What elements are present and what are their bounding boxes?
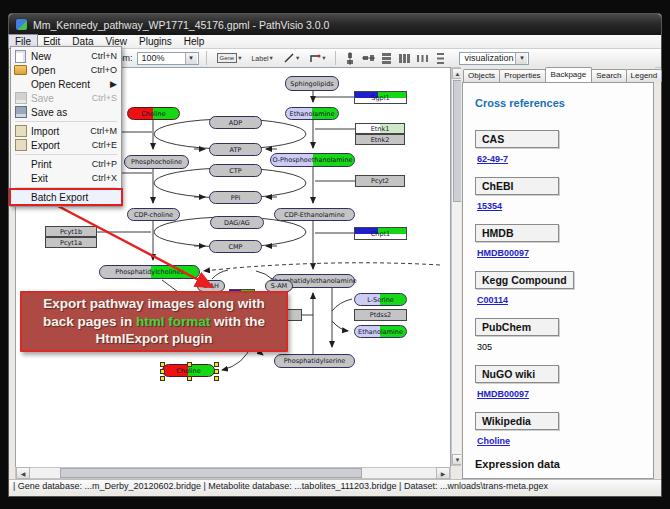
new-datanode-button[interactable]: Gene ▾ bbox=[214, 51, 245, 65]
new-document-icon bbox=[14, 50, 27, 63]
pathway-node-choline[interactable]: Choline bbox=[127, 107, 180, 120]
pathway-node-pcyt1b[interactable]: Pcyt1b bbox=[45, 226, 97, 237]
pathway-node-adp[interactable]: ADP bbox=[209, 116, 262, 129]
xref-link[interactable]: HMDB00097 bbox=[477, 248, 641, 258]
tab-legend[interactable]: Legend bbox=[626, 69, 663, 82]
selection-handle[interactable] bbox=[160, 376, 165, 381]
menu-item-label: Import bbox=[31, 126, 90, 137]
chevron-down-icon[interactable]: ▾ bbox=[238, 54, 241, 62]
scroll-right-icon[interactable]: ▶ bbox=[436, 467, 450, 479]
selection-handle[interactable] bbox=[214, 369, 219, 374]
file-menu-item-print[interactable]: PrintCtrl+P bbox=[11, 157, 121, 171]
scroll-left-icon[interactable]: ◀ bbox=[16, 467, 30, 479]
new-label-button[interactable]: Label ▾ bbox=[248, 52, 275, 64]
selection-handle[interactable] bbox=[187, 362, 192, 367]
pathway-node-atp[interactable]: ATP bbox=[209, 143, 262, 156]
file-menu-item-open[interactable]: OpenCtrl+O bbox=[11, 63, 121, 77]
xref-link[interactable]: C00114 bbox=[477, 295, 641, 305]
pathway-node-ptdss2[interactable]: Ptdss2 bbox=[354, 309, 407, 321]
tab-search[interactable]: Search bbox=[591, 69, 626, 82]
xref-database-name: HMDB bbox=[475, 224, 559, 242]
pathway-node-cdp-choline[interactable]: CDP-choline bbox=[127, 208, 180, 221]
tab-properties[interactable]: Properties bbox=[499, 69, 545, 82]
pathway-node-sphingolipids[interactable]: Sphingolipids bbox=[285, 76, 339, 91]
pathway-node-dag-ag[interactable]: DAG/AG bbox=[210, 216, 264, 229]
pathway-node-pcyt2[interactable]: Pcyt2 bbox=[355, 175, 405, 187]
horizontal-scroll-thumb[interactable] bbox=[60, 468, 362, 478]
common-width-button[interactable] bbox=[379, 51, 393, 65]
menu-item-shortcut: Ctrl+X bbox=[92, 173, 117, 183]
chevron-down-icon[interactable]: ▾ bbox=[296, 54, 299, 62]
file-menu-item-exit[interactable]: ExitCtrl+X bbox=[11, 171, 121, 185]
visualization-combobox[interactable]: visualization ▾ bbox=[459, 52, 529, 65]
pathway-node-phosphatidylserine[interactable]: Phosphatidylserine bbox=[274, 354, 355, 368]
pathway-node-pcyt1a[interactable]: Pcyt1a bbox=[45, 237, 97, 248]
pathway-node-phosphatidylcholines[interactable]: Phosphatidylcholines bbox=[99, 265, 200, 279]
open-folder-icon bbox=[14, 65, 27, 75]
tab-backpage[interactable]: Backpage bbox=[545, 67, 593, 82]
align-center-x-button[interactable] bbox=[343, 51, 357, 65]
menu-item-label: Save bbox=[31, 93, 92, 104]
xref-link[interactable]: 15354 bbox=[477, 201, 641, 211]
status-bar: | Gene database: ...m_Derby_20120602.bri… bbox=[9, 479, 661, 493]
toolbar-separator bbox=[206, 51, 207, 65]
tab-objects[interactable]: Objects bbox=[463, 69, 500, 82]
common-width-icon bbox=[380, 52, 393, 65]
xref-value: 305 bbox=[477, 342, 641, 352]
pathway-node-ethanolamine[interactable]: Ethanolamine bbox=[354, 325, 407, 338]
side-panel-tabs: ObjectsPropertiesBackpageSearchLegend bbox=[461, 67, 655, 82]
xref-section-hmdb: HMDBHMDB00097 bbox=[475, 223, 641, 258]
selection-handle[interactable] bbox=[160, 362, 165, 367]
pathway-node-l-serine[interactable]: L-Serine bbox=[354, 293, 407, 306]
distribute-horizontal-icon bbox=[416, 52, 429, 65]
horizontal-scrollbar[interactable]: ◀ ▶ bbox=[15, 467, 451, 479]
menu-help[interactable]: Help bbox=[178, 35, 211, 48]
pathway-node-ethanolamine[interactable]: Ethanolamine bbox=[285, 107, 339, 120]
cross-references-list: CAS62-49-7ChEBI15354HMDBHMDB00097Kegg Co… bbox=[475, 129, 641, 446]
pathway-node-cdp-ethanolamine[interactable]: CDP-Ethanolamine bbox=[274, 208, 355, 221]
pathway-node-etnk2[interactable]: Etnk2 bbox=[355, 134, 405, 145]
xref-database-name: Wikipedia bbox=[475, 412, 559, 430]
chevron-down-icon[interactable]: ▾ bbox=[270, 54, 273, 62]
menu-plugins[interactable]: Plugins bbox=[133, 35, 178, 48]
pathway-node-choline[interactable]: Choline bbox=[162, 364, 215, 377]
pathway-node-ctp[interactable]: CTP bbox=[209, 164, 262, 177]
chevron-down-icon[interactable]: ▾ bbox=[515, 53, 527, 64]
xref-link[interactable]: HMDB00097 bbox=[477, 389, 641, 399]
xref-link[interactable]: 62-49-7 bbox=[477, 154, 641, 164]
backpage-panel: Cross references CAS62-49-7ChEBI15354HMD… bbox=[462, 82, 654, 479]
align-center-y-button[interactable] bbox=[361, 51, 375, 65]
new-connector-button[interactable]: ▾ bbox=[306, 50, 328, 66]
menu-item-label: Export bbox=[31, 140, 92, 151]
selection-handle[interactable] bbox=[187, 376, 192, 381]
page: { "window": { "title": "Mm_Kennedy_pathw… bbox=[0, 0, 670, 509]
pathway-node-etnk1[interactable]: Etnk1 bbox=[355, 123, 405, 134]
file-menu-item-new[interactable]: NewCtrl+N bbox=[11, 49, 121, 63]
pathway-node-sgpl1[interactable]: Sgpl1 bbox=[354, 91, 407, 104]
file-menu-item-open-recent[interactable]: Open Recent▶ bbox=[11, 77, 121, 91]
chevron-down-icon[interactable]: ▾ bbox=[322, 54, 325, 62]
distribute-vertical-button[interactable] bbox=[433, 51, 447, 65]
menu-item-label: Save as bbox=[31, 107, 117, 118]
common-height-button[interactable] bbox=[397, 51, 411, 65]
selection-handle[interactable] bbox=[214, 362, 219, 367]
pathway-node-o-phosphoethanolamine[interactable]: O-Phosphoethanolamine bbox=[270, 153, 355, 167]
selection-handle[interactable] bbox=[214, 376, 219, 381]
file-menu-item-export[interactable]: ExportCtrl+E bbox=[11, 138, 121, 152]
app-icon bbox=[16, 19, 27, 30]
pathway-node-ppi[interactable]: PPi bbox=[209, 191, 262, 204]
menu-separator bbox=[15, 121, 117, 122]
new-line-button[interactable]: ▾ bbox=[280, 50, 302, 66]
label-tool-icon: Label bbox=[251, 55, 268, 62]
file-menu-item-import[interactable]: ImportCtrl+M bbox=[11, 124, 121, 138]
zoom-combobox[interactable]: 100% ▾ bbox=[137, 52, 199, 65]
chevron-down-icon[interactable]: ▾ bbox=[185, 53, 197, 64]
file-menu-item-batch-export[interactable]: Batch Export bbox=[11, 190, 121, 204]
pathway-node-chpt1[interactable]: Chpt1 bbox=[354, 227, 407, 240]
pathway-node-phosphocholine[interactable]: Phosphocholine bbox=[124, 155, 189, 169]
selection-handle[interactable] bbox=[160, 369, 165, 374]
xref-link[interactable]: Choline bbox=[477, 436, 641, 446]
pathway-node-cmp[interactable]: CMP bbox=[209, 240, 262, 253]
file-menu-item-save-as[interactable]: Save as bbox=[11, 105, 121, 119]
distribute-horizontal-button[interactable] bbox=[415, 51, 429, 65]
